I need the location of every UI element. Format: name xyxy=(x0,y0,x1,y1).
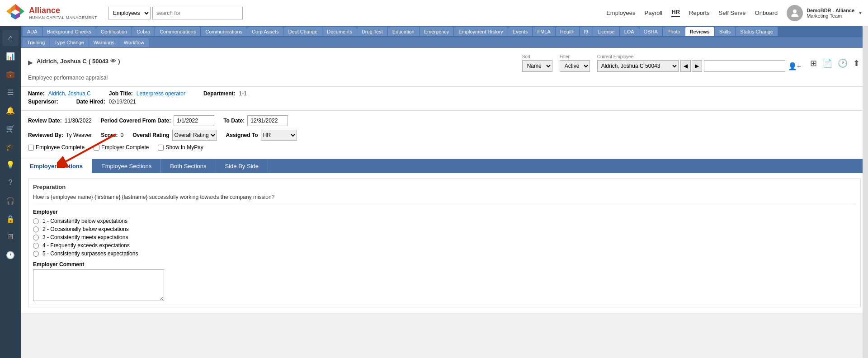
nav-onboard[interactable]: Onboard xyxy=(755,9,778,16)
tab-type-change[interactable]: Type Change xyxy=(50,38,88,47)
tab-training[interactable]: Training xyxy=(23,38,49,47)
logo-text: Alliance Human Capital Management xyxy=(29,6,97,20)
svg-line-9 xyxy=(66,134,116,161)
overall-rating-dropdown[interactable]: Overall Rating xyxy=(172,130,217,141)
tab-reviews[interactable]: Reviews xyxy=(685,27,714,36)
filter-label: Filter xyxy=(560,54,590,59)
sort-control: Sort Name xyxy=(522,54,552,72)
nav-reports[interactable]: Reports xyxy=(689,9,710,16)
add-employee-btn[interactable]: 👤+ xyxy=(787,61,802,71)
sidebar-item-bell[interactable]: 🔔 xyxy=(2,102,19,118)
current-employee-dropdown[interactable]: Aldrich, Joshua C 50043 xyxy=(597,60,679,72)
search-input[interactable] xyxy=(152,7,243,19)
tab-emergency[interactable]: Emergency xyxy=(420,27,454,36)
tab-corp-assets[interactable]: Corp Assets xyxy=(247,27,283,36)
tab-loa[interactable]: LOA xyxy=(620,27,639,36)
tab-certification[interactable]: Certification xyxy=(96,27,132,36)
prev-employee-btn[interactable]: ◀ xyxy=(680,60,691,72)
nav-hr[interactable]: HR xyxy=(671,9,680,17)
user-info: DemoBDR - Alliance Marketing Team xyxy=(807,8,854,19)
preparation-question: How is {employee name} {firstname} {last… xyxy=(33,194,856,204)
sidebar-item-education[interactable]: 🎓 xyxy=(2,138,19,155)
tab-drug-test[interactable]: Drug Test xyxy=(357,27,387,36)
tab-photo[interactable]: Photo xyxy=(663,27,685,36)
upload-btn[interactable]: ⬆ xyxy=(852,57,861,69)
ratings-list: 1 - Consistently below expectations 2 - … xyxy=(33,218,856,257)
tab-education[interactable]: Education xyxy=(388,27,419,36)
app-name: Alliance xyxy=(29,6,97,15)
rating-radio-5[interactable] xyxy=(33,251,39,257)
nav-payroll[interactable]: Payroll xyxy=(645,9,663,16)
tab-dept-change[interactable]: Dept Change xyxy=(283,27,322,36)
tab-license[interactable]: License xyxy=(593,27,619,36)
collapse-sidebar-btn[interactable]: ▶ xyxy=(28,59,33,66)
to-date-field: To Date: xyxy=(223,115,288,126)
scrollbar[interactable] xyxy=(863,26,868,358)
section-title: Employee performance appraisal xyxy=(28,74,861,82)
tab-status-change[interactable]: Status Change xyxy=(736,27,778,36)
sidebar-item-monitor[interactable]: 🖥 xyxy=(2,229,19,245)
show-in-mypay-checkbox[interactable] xyxy=(158,145,164,151)
employer-comment-group: Employer Comment xyxy=(33,261,856,302)
inner-tab-side-by-side[interactable]: Side By Side xyxy=(216,159,268,173)
history-btn[interactable]: 🕐 xyxy=(837,57,849,69)
sidebar-item-lock[interactable]: 🔒 xyxy=(2,211,19,227)
employee-search-input[interactable] xyxy=(704,60,785,72)
assigned-to-dropdown[interactable]: HR xyxy=(261,130,297,141)
search-category-dropdown[interactable]: Employees xyxy=(108,7,151,19)
svg-marker-3 xyxy=(20,8,24,15)
tab-health[interactable]: Health xyxy=(556,27,579,36)
nav-arrows: ◀ ▶ xyxy=(680,60,702,72)
tab-fmla[interactable]: FMLA xyxy=(533,27,555,36)
date-hired-label: Date Hired: xyxy=(76,99,105,105)
tab-background-checks[interactable]: Background Checks xyxy=(42,27,96,36)
nav-selfserve[interactable]: Self Serve xyxy=(719,9,746,16)
tab-workflow[interactable]: Workflow xyxy=(119,38,149,47)
sidebar-item-chart[interactable]: 📊 xyxy=(2,48,19,64)
next-employee-btn[interactable]: ▶ xyxy=(692,60,702,72)
sidebar-item-list[interactable]: ☰ xyxy=(2,84,19,100)
top-right-icons: ⊞ 📄 🕐 ⬆ xyxy=(809,57,861,69)
inner-tab-both-sections[interactable]: Both Sections xyxy=(161,159,216,173)
tab-communications[interactable]: Communications xyxy=(201,27,247,36)
tab-employment-history[interactable]: Employment History xyxy=(454,27,507,36)
tab-osha[interactable]: OSHA xyxy=(639,27,662,36)
sidebar-item-cart[interactable]: 🛒 xyxy=(2,120,19,137)
sidebar-item-support[interactable]: 🎧 xyxy=(2,193,19,209)
tab-skills[interactable]: Skills xyxy=(715,27,736,36)
rating-radio-2[interactable] xyxy=(33,226,39,232)
rating-radio-4[interactable] xyxy=(33,243,39,249)
tab-events[interactable]: Events xyxy=(508,27,533,36)
tab-i9[interactable]: I9 xyxy=(580,27,593,36)
checkbox-row: Employee Complete Employer Complete Show… xyxy=(28,144,861,151)
sidebar-item-briefcase[interactable]: 💼 xyxy=(2,66,19,82)
tab-warnings[interactable]: Warnings xyxy=(89,38,119,47)
rating-radio-1[interactable] xyxy=(33,218,39,224)
sidebar-item-home[interactable]: ⌂ xyxy=(2,30,19,46)
employee-complete-checkbox[interactable] xyxy=(28,145,34,151)
nav-employees[interactable]: Employees xyxy=(606,9,635,16)
sidebar-item-bulb[interactable]: 💡 xyxy=(2,156,19,173)
sidebar-item-clock[interactable]: 🕐 xyxy=(2,247,19,263)
tab-documents[interactable]: Documents xyxy=(322,27,357,36)
sidebar-item-help[interactable]: ? xyxy=(2,174,19,191)
tab-commendations[interactable]: Commendations xyxy=(155,27,200,36)
tab-cobra[interactable]: Cobra xyxy=(132,27,155,36)
show-in-mypay-label: Show In MyPay xyxy=(165,144,203,151)
rating-radio-3[interactable] xyxy=(33,235,39,240)
sort-dropdown[interactable]: Name xyxy=(522,60,552,72)
info-row-2: Supervisor: Date Hired: 02/19/2021 xyxy=(28,99,861,105)
department-value: 1-1 xyxy=(239,90,247,97)
rating-label-3: 3 - Consistently meets expectations xyxy=(42,234,128,240)
user-area[interactable]: DemoBDR - Alliance Marketing Team ▼ xyxy=(787,5,863,21)
user-dropdown-icon[interactable]: ▼ xyxy=(858,10,863,15)
filter-dropdown[interactable]: Active xyxy=(560,60,590,72)
tab-ada[interactable]: ADA xyxy=(23,27,42,36)
document-btn[interactable]: 📄 xyxy=(821,57,833,69)
grid-view-btn[interactable]: ⊞ xyxy=(809,57,818,69)
eye-icon[interactable]: 👁 xyxy=(110,58,116,65)
employer-comment-textarea[interactable] xyxy=(33,269,164,301)
controls-row: Sort Name Filter Active Current Employee xyxy=(522,54,861,72)
period-from-input[interactable] xyxy=(174,115,214,126)
to-date-input[interactable] xyxy=(247,115,288,126)
